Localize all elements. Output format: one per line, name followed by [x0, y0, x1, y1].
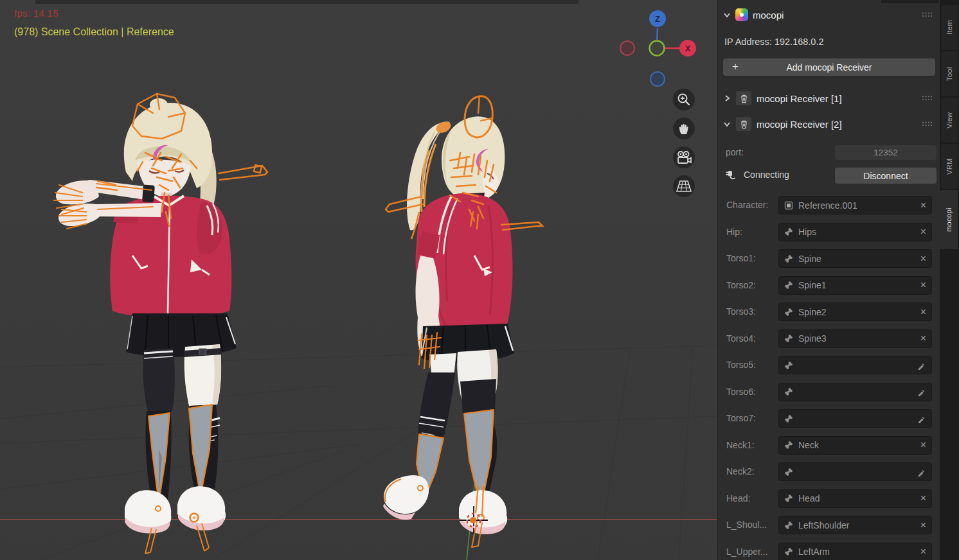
bone-row-label: Torso3:	[726, 302, 756, 321]
bone-field-value: Head	[798, 493, 915, 503]
bone-field[interactable]	[778, 462, 932, 481]
gizmo-z-label: Z	[655, 14, 660, 24]
bone-field-value: Spine2	[798, 307, 915, 317]
bone-icon	[784, 414, 793, 423]
disconnect-button[interactable]: Disconnect	[835, 168, 937, 184]
plus-icon: +	[732, 60, 739, 73]
trash-icon	[740, 119, 748, 129]
bone-row-label: L_Shoul...	[726, 516, 767, 534]
scene-breadcrumb: (978) Scene Collection | Reference	[14, 26, 174, 38]
clear-icon[interactable]: ×	[920, 254, 926, 264]
zoom-tool-button[interactable]	[673, 89, 695, 110]
clear-icon[interactable]: ×	[920, 200, 926, 211]
grid-ortho-button[interactable]	[673, 175, 695, 197]
mocopi-panel-header[interactable]: mocopi	[723, 7, 784, 22]
hand-icon	[676, 120, 692, 137]
port-label: port:	[726, 147, 744, 157]
bone-field[interactable]	[778, 356, 932, 374]
receiver-1-header[interactable]: mocopi Receiver [1]	[723, 91, 842, 106]
bone-field-value: Reference.001	[798, 200, 915, 211]
sidebar-tab-vrm[interactable]: VRM	[941, 144, 958, 189]
bone-row-label: Torso2:	[726, 276, 756, 295]
viewport-3d[interactable]: fps: 14.15 (978) Scene Collection | Refe…	[0, 0, 717, 560]
bone-row-label: Hip:	[726, 223, 742, 241]
clear-icon[interactable]: ×	[920, 440, 926, 450]
fps-counter: fps: 14.15	[14, 8, 58, 19]
bone-row-neck1: Neck1:Neck×	[718, 436, 940, 455]
bone-field-value: Spine	[798, 254, 915, 264]
magnifier-plus-icon	[676, 91, 692, 108]
gizmo-y-ring	[650, 41, 665, 56]
bone-row-label: Torso6:	[726, 383, 756, 401]
eyedropper-icon[interactable]	[917, 414, 926, 423]
sidebar-tab-item[interactable]: Item	[941, 5, 958, 50]
bone-icon	[784, 334, 793, 343]
floor-grid	[0, 346, 717, 560]
bone-row-neck2: Neck2:	[718, 462, 940, 481]
bone-field[interactable]: Hips×	[778, 223, 932, 241]
add-receiver-button[interactable]: + Add mocopi Receiver	[723, 58, 935, 76]
bone-row-torso7: Torso7:	[718, 409, 940, 428]
receiver-2-drag-grip[interactable]	[922, 121, 932, 127]
bone-field[interactable]: LeftArm×	[778, 543, 932, 560]
bone-row-label: Character:	[726, 196, 768, 214]
bone-row-label: Torso4:	[726, 329, 756, 348]
bone-field[interactable]: Spine2×	[778, 302, 932, 321]
viewport-scene	[0, 0, 717, 560]
eyedropper-icon[interactable]	[917, 468, 926, 477]
trash-icon	[740, 94, 748, 103]
camera-view-button[interactable]	[673, 146, 695, 168]
sidebar-tab-strip: ItemToolViewVRMmocopi	[940, 0, 959, 560]
character-left[interactable]	[54, 94, 267, 554]
receiver-1-drag-grip[interactable]	[922, 95, 932, 101]
bone-field[interactable]	[778, 383, 932, 401]
bone-row-label: Neck2:	[726, 462, 755, 481]
clear-icon[interactable]: ×	[920, 280, 926, 290]
bone-field[interactable]: LeftShoulder×	[778, 516, 932, 534]
bone-field[interactable]: Spine3×	[778, 329, 932, 348]
bone-row-label: Torso7:	[726, 409, 756, 428]
receiver-2-header[interactable]: mocopi Receiver [2]	[723, 116, 842, 132]
pan-tool-button[interactable]	[673, 118, 695, 139]
sidebar-tab-mocopi[interactable]: mocopi	[940, 190, 958, 249]
bone-row-hip: Hip:Hips×	[718, 223, 940, 241]
gizmo-neg-z-ball	[650, 72, 665, 86]
bone-row-l_shoul: L_Shoul...LeftShoulder×	[718, 516, 940, 534]
clear-icon[interactable]: ×	[920, 227, 926, 237]
clear-icon[interactable]: ×	[920, 307, 926, 317]
gizmo-x-label: X	[685, 44, 691, 53]
delete-receiver-2-button[interactable]	[736, 117, 751, 131]
bone-row-label: Head:	[726, 489, 750, 508]
chevron-right-icon	[723, 94, 731, 102]
navigation-gizmo[interactable]: Z X	[611, 1, 704, 94]
bone-row-torso1: Torso1:Spine×	[718, 249, 940, 268]
chevron-down-icon	[723, 120, 731, 128]
bone-field[interactable]: Reference.001×	[778, 196, 932, 214]
port-field[interactable]: 12352	[835, 145, 937, 160]
sidebar-tab-view[interactable]: View	[941, 98, 958, 143]
bone-field[interactable]: Spine1×	[778, 276, 932, 295]
bone-field[interactable]: Head×	[778, 489, 932, 508]
character-right[interactable]	[383, 96, 542, 547]
clear-icon[interactable]: ×	[920, 547, 926, 557]
eyedropper-icon[interactable]	[917, 387, 926, 396]
bone-icon	[784, 468, 793, 477]
clear-icon[interactable]: ×	[920, 520, 926, 530]
eyedropper-icon[interactable]	[917, 361, 926, 370]
bone-icon	[784, 494, 793, 503]
clear-icon[interactable]: ×	[920, 493, 926, 503]
bone-row-torso4: Torso4:Spine3×	[718, 329, 940, 348]
viewport-tools	[673, 89, 696, 204]
chevron-down-icon	[723, 11, 731, 19]
connection-status-text: Connecting	[744, 170, 789, 180]
clear-icon[interactable]: ×	[920, 333, 926, 344]
panel-drag-grip[interactable]	[922, 12, 932, 17]
bone-icon	[784, 254, 793, 263]
bone-field-value: LeftShoulder	[798, 520, 915, 530]
sidebar-tab-tool[interactable]: Tool	[941, 51, 958, 96]
bone-field[interactable]: Spine×	[778, 249, 932, 268]
bone-field[interactable]	[778, 409, 932, 428]
bone-field[interactable]: Neck×	[778, 436, 932, 455]
delete-receiver-1-button[interactable]	[736, 91, 751, 105]
bone-icon	[784, 308, 793, 317]
